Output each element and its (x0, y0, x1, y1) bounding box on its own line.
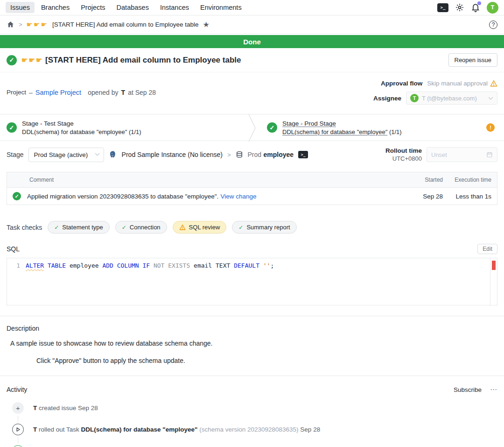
column-header-started: Started (413, 177, 443, 183)
activity-section: Activity Subscribe ⋯ + T created issue S… (0, 376, 504, 447)
activity-version: (schema version 20230928083635) (197, 426, 298, 433)
stage-task-count: (1/1) (389, 128, 402, 135)
issue-meta: Project – Sample Project opened by T at … (0, 72, 504, 108)
stage-bar: Stage Prod Stage (active) Prod Sample In… (0, 141, 504, 168)
sql-editor-terminal-icon[interactable]: >_ (437, 3, 448, 12)
rollout-time-value: Unset (431, 151, 483, 158)
issue-title-row: ✓ ☛☛☛ [START HERE] Add email column to E… (0, 48, 504, 72)
breadcrumb-separator: > (19, 21, 22, 28)
sql-label: SQL (7, 245, 20, 253)
reopen-issue-button[interactable]: Reopen issue (448, 53, 498, 67)
activity-user: T (33, 404, 37, 412)
task-comment-text: Applied migration version 20230928083635… (27, 193, 218, 200)
nav-item-branches[interactable]: Branches (36, 2, 74, 13)
view-change-link[interactable]: View change (220, 193, 256, 200)
stage-task-link[interactable]: DDL(schema) for database "employee" (282, 128, 387, 135)
check-pill-summary-report[interactable]: ✓ Summary report (232, 221, 296, 234)
created-plus-icon: + (12, 402, 24, 414)
more-options-icon[interactable]: ⋯ (490, 385, 497, 394)
open-sql-editor-icon[interactable]: >_ (298, 151, 308, 158)
assignee-label: Assignee (373, 95, 401, 102)
subscribe-button[interactable]: Subscribe (454, 386, 482, 393)
assignee-row: Assignee T T (t@bytebase.com) (373, 92, 497, 105)
description-text: Click "Approve" button to apply the sche… (36, 357, 497, 364)
star-icon[interactable]: ★ (203, 20, 210, 29)
stage-select[interactable]: Prod Stage (active) (28, 148, 104, 162)
activity-item: ✓ Task DDL(schema) for database "employe… (7, 445, 497, 447)
nav-item-databases[interactable]: Databases (112, 2, 154, 13)
nav-item-instances[interactable]: Instances (155, 2, 194, 13)
home-icon[interactable] (7, 21, 14, 28)
editor-scrollbar[interactable] (490, 258, 497, 305)
assignee-avatar: T (410, 94, 419, 102)
task-history-table: Comment Started Execution time ✓ Applied… (7, 172, 497, 205)
assignee-value: T (t@bytebase.com) (422, 95, 485, 102)
sql-token: employee (66, 262, 98, 269)
stage-strip: ✓ Stage - Test Stage DDL(schema) for dat… (0, 114, 504, 141)
stage-done-check-icon: ✓ (267, 122, 277, 133)
stage-subtitle: DDL(schema) for database "employee" (1/1… (282, 128, 402, 135)
stage-card-test[interactable]: ✓ Stage - Test Stage DDL(schema) for dat… (0, 114, 252, 141)
stage-title-link[interactable]: Stage - Prod Stage (282, 120, 402, 127)
help-icon[interactable]: ? (489, 21, 497, 29)
opened-by-user: T (121, 89, 126, 96)
approval-flow-text: Skip manual approval (427, 80, 488, 87)
table-row[interactable]: ✓ Applied migration version 202309280836… (7, 187, 497, 205)
activity-item: + T created issue Sep 28 (7, 402, 497, 414)
check-pill-sql-review[interactable]: SQL review (173, 221, 227, 234)
description-text: A sample issue to showcase how to review… (10, 340, 497, 347)
sql-token: TEXT (212, 262, 230, 269)
stage-done-check-icon: ✓ (7, 122, 17, 133)
project-dash: – (29, 89, 33, 96)
timeline-connector (18, 416, 18, 422)
line-number: 1 (7, 258, 26, 305)
check-pass-icon: ✓ (122, 224, 126, 231)
project-link[interactable]: Sample Project (35, 89, 81, 96)
rollout-time-input[interactable]: Unset (427, 147, 497, 162)
issue-title-text: [START HERE] Add email column to Employe… (45, 56, 241, 64)
pointer-emoji-icon: ☛☛☛ (27, 21, 48, 29)
rollout-time-label: Rollout time (385, 147, 422, 154)
rollout-time-group: Rollout time UTC+0800 Unset (385, 147, 497, 162)
chevron-down-icon (488, 97, 493, 100)
check-pill-statement-type[interactable]: ✓ Statement type (48, 221, 110, 234)
activity-action: created issue Sep 28 (37, 404, 98, 412)
sql-token: DEFAULT (230, 262, 259, 269)
notifications-bell-icon[interactable] (471, 3, 480, 12)
sql-code-line: ALTER TABLE employee ADD COLUMN IF NOT E… (26, 258, 490, 305)
instance-name: Prod Sample Instance (No license) (122, 151, 223, 158)
stage-card-prod[interactable]: ✓ Stage - Prod Stage DDL(schema) for dat… (252, 114, 504, 141)
breadcrumb: > ☛☛☛ [START HERE] Add email column to E… (0, 15, 504, 34)
sql-editor[interactable]: 1 ALTER TABLE employee ADD COLUMN IF NOT… (7, 258, 497, 305)
check-label: SQL review (189, 224, 220, 231)
nav-item-issues[interactable]: Issues (6, 2, 35, 13)
activity-task: DDL(schema) for database "employee" (81, 426, 198, 433)
pointer-emoji-icon: ☛☛☛ (21, 56, 43, 64)
activity-action: rolled out Task (37, 426, 81, 433)
opened-by-prefix: opened by (88, 89, 118, 96)
calendar-icon (486, 151, 493, 158)
description-label: Description (7, 325, 497, 332)
sql-token: ADD COLUMN IF (99, 262, 150, 269)
check-label: Summary report (246, 224, 290, 231)
warning-triangle-icon (490, 80, 497, 87)
database-name-link[interactable]: employee (264, 151, 294, 158)
nav-item-projects[interactable]: Projects (76, 2, 110, 13)
check-pill-connection[interactable]: ✓ Connection (115, 221, 167, 234)
top-nav: Issues Branches Projects Databases Insta… (0, 0, 504, 15)
settings-gear-icon[interactable] (455, 3, 464, 12)
user-avatar[interactable]: T (487, 2, 498, 14)
rollout-play-icon (12, 424, 24, 435)
opened-by-suffix: at Sep 28 (128, 89, 156, 96)
task-checks-label: Task checks (7, 224, 42, 231)
description-section: Description A sample issue to showcase h… (0, 316, 504, 364)
status-banner: Done (0, 35, 504, 48)
nav-item-environments[interactable]: Environments (196, 2, 246, 13)
sql-token: ALTER (26, 262, 44, 269)
edit-sql-button[interactable]: Edit (477, 244, 497, 254)
assignee-select[interactable]: T T (t@bytebase.com) (406, 92, 497, 105)
sql-token: '' (259, 262, 270, 269)
stage-title: Stage - Test Stage (22, 120, 141, 127)
activity-date: Sep 28 (299, 426, 321, 433)
activity-timeline: + T created issue Sep 28 T rolled out Ta… (7, 402, 497, 447)
